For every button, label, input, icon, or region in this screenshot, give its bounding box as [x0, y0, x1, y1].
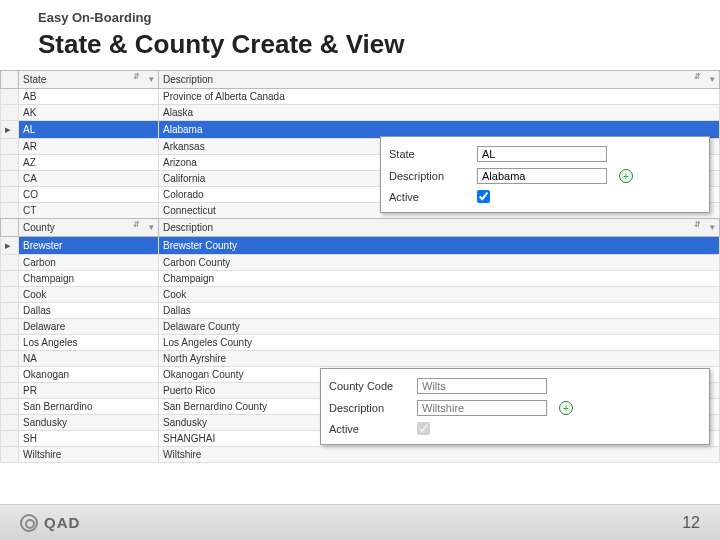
countydesc-col-label: Description	[163, 222, 213, 233]
county-desc-cell[interactable]: Cook	[159, 287, 720, 303]
state-code-cell[interactable]: CO	[19, 187, 159, 203]
table-row[interactable]: NANorth Ayrshire	[1, 351, 720, 367]
row-selector[interactable]	[1, 171, 19, 187]
row-selector[interactable]	[1, 335, 19, 351]
county-desc-cell[interactable]: North Ayrshire	[159, 351, 720, 367]
state-desc-cell[interactable]: Province of Alberta Canada	[159, 89, 720, 105]
county-code-cell[interactable]: Delaware	[19, 319, 159, 335]
row-selector[interactable]	[1, 203, 19, 219]
current-row-icon: ▸	[5, 239, 11, 251]
row-selector[interactable]	[1, 287, 19, 303]
table-row[interactable]: CarbonCarbon County	[1, 255, 720, 271]
filter-icon[interactable]: ▾	[710, 222, 715, 232]
county-code-cell[interactable]: Cook	[19, 287, 159, 303]
state-code-cell[interactable]: AR	[19, 139, 159, 155]
row-selector[interactable]: ▸	[1, 237, 19, 255]
state-code-cell[interactable]: CT	[19, 203, 159, 219]
row-selector[interactable]	[1, 383, 19, 399]
state-active-checkbox[interactable]	[477, 190, 490, 203]
county-code-cell[interactable]: Dallas	[19, 303, 159, 319]
table-row[interactable]: ▸BrewsterBrewster County	[1, 237, 720, 255]
county-desc-cell[interactable]: Champaign	[159, 271, 720, 287]
county-code-input	[417, 378, 547, 394]
state-desc-cell[interactable]: Alaska	[159, 105, 720, 121]
county-code-cell[interactable]: Okanogan	[19, 367, 159, 383]
row-selector[interactable]	[1, 415, 19, 431]
row-selector[interactable]	[1, 255, 19, 271]
desc-col-header[interactable]: Description ⇵ ▾	[159, 71, 720, 89]
state-code-cell[interactable]: CA	[19, 171, 159, 187]
county-desc-cell[interactable]: Wiltshire	[159, 447, 720, 463]
rowhead-blank	[1, 71, 19, 89]
county-code-cell[interactable]: SH	[19, 431, 159, 447]
row-selector[interactable]	[1, 89, 19, 105]
county-desc-cell[interactable]: Delaware County	[159, 319, 720, 335]
row-selector[interactable]	[1, 431, 19, 447]
sort-icon[interactable]: ⇵	[133, 222, 140, 228]
row-selector[interactable]: ▸	[1, 121, 19, 139]
row-selector[interactable]	[1, 319, 19, 335]
logo-icon	[20, 514, 38, 532]
county-code-cell[interactable]: Sandusky	[19, 415, 159, 431]
row-selector[interactable]	[1, 367, 19, 383]
table-row[interactable]: CookCook	[1, 287, 720, 303]
countydesc-col-header[interactable]: Description ⇵ ▾	[159, 219, 720, 237]
table-row[interactable]: Los AngelesLos Angeles County	[1, 335, 720, 351]
add-icon[interactable]: +	[559, 401, 573, 415]
county-desc-cell[interactable]: Brewster County	[159, 237, 720, 255]
sort-icon[interactable]: ⇵	[133, 74, 140, 80]
county-col-label: County	[23, 222, 55, 233]
county-desc-cell[interactable]: Los Angeles County	[159, 335, 720, 351]
row-selector[interactable]	[1, 139, 19, 155]
state-code-cell[interactable]: AZ	[19, 155, 159, 171]
row-selector[interactable]	[1, 351, 19, 367]
county-desc-cell[interactable]: Carbon County	[159, 255, 720, 271]
county-code-cell[interactable]: PR	[19, 383, 159, 399]
county-code-cell[interactable]: Brewster	[19, 237, 159, 255]
county-col-header[interactable]: County ⇵ ▾	[19, 219, 159, 237]
state-desc-input[interactable]	[477, 168, 607, 184]
table-row[interactable]: DelawareDelaware County	[1, 319, 720, 335]
row-selector[interactable]	[1, 105, 19, 121]
current-row-icon: ▸	[5, 123, 11, 135]
footer-bar: QAD 12	[0, 504, 720, 540]
row-selector[interactable]	[1, 155, 19, 171]
sort-icon[interactable]: ⇵	[694, 74, 701, 80]
county-desc-cell[interactable]: Dallas	[159, 303, 720, 319]
state-code-cell[interactable]: AB	[19, 89, 159, 105]
row-selector[interactable]	[1, 271, 19, 287]
desc-col-label: Description	[163, 74, 213, 85]
brand-logo: QAD	[20, 514, 80, 532]
filter-icon[interactable]: ▾	[710, 74, 715, 84]
row-selector[interactable]	[1, 187, 19, 203]
filter-icon[interactable]: ▾	[149, 74, 154, 84]
state-code-cell[interactable]: AK	[19, 105, 159, 121]
state-desc-label: Description	[389, 170, 469, 182]
table-row[interactable]: DallasDallas	[1, 303, 720, 319]
state-code-cell[interactable]: AL	[19, 121, 159, 139]
page-subtitle: Easy On-Boarding	[0, 0, 720, 27]
state-active-label: Active	[389, 191, 469, 203]
table-row[interactable]: AKAlaska	[1, 105, 720, 121]
row-selector[interactable]	[1, 447, 19, 463]
page-number: 12	[682, 514, 700, 532]
row-selector[interactable]	[1, 303, 19, 319]
county-code-cell[interactable]: Wiltshire	[19, 447, 159, 463]
county-code-cell[interactable]: San Bernardino	[19, 399, 159, 415]
table-row[interactable]: WiltshireWiltshire	[1, 447, 720, 463]
state-field-label: State	[389, 148, 469, 160]
table-row[interactable]: ABProvince of Alberta Canada	[1, 89, 720, 105]
table-row[interactable]: ChampaignChampaign	[1, 271, 720, 287]
county-active-label: Active	[329, 423, 409, 435]
county-code-cell[interactable]: NA	[19, 351, 159, 367]
add-icon[interactable]: +	[619, 169, 633, 183]
county-code-cell[interactable]: Carbon	[19, 255, 159, 271]
county-active-checkbox	[417, 422, 430, 435]
county-code-cell[interactable]: Los Angeles	[19, 335, 159, 351]
state-code-input[interactable]	[477, 146, 607, 162]
row-selector[interactable]	[1, 399, 19, 415]
state-col-header[interactable]: State ⇵ ▾	[19, 71, 159, 89]
sort-icon[interactable]: ⇵	[694, 222, 701, 228]
county-code-cell[interactable]: Champaign	[19, 271, 159, 287]
filter-icon[interactable]: ▾	[149, 222, 154, 232]
